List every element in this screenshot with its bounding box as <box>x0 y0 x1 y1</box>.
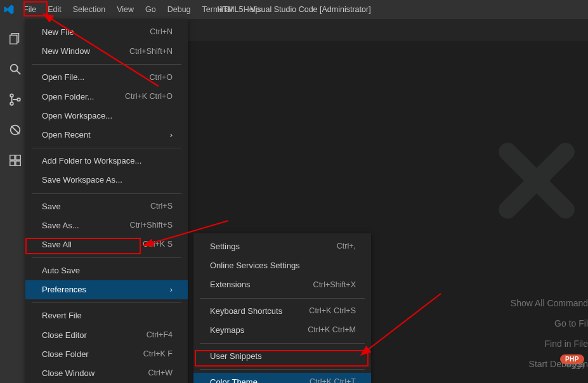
mi-keymaps[interactable]: KeymapsCtrl+K Ctrl+M <box>193 321 371 340</box>
mi-open-file[interactable]: Open File...Ctrl+O <box>25 68 188 87</box>
title-bar: File Edit Selection View Go Debug Termin… <box>0 0 588 19</box>
svg-rect-9 <box>10 155 15 160</box>
mi-settings[interactable]: SettingsCtrl+, <box>193 237 371 256</box>
hint-commands: Show All Command <box>474 298 588 308</box>
hint-find: Find in File <box>474 339 588 349</box>
chevron-right-icon: › <box>170 129 173 141</box>
svg-point-4 <box>10 94 13 97</box>
mi-new-window[interactable]: New WindowCtrl+Shift+N <box>25 42 188 61</box>
mi-close-editor[interactable]: Close EditorCtrl+F4 <box>25 326 188 345</box>
mi-auto-save[interactable]: Auto Save <box>25 261 188 280</box>
menu-selection[interactable]: Selection <box>67 0 111 19</box>
menu-go[interactable]: Go <box>140 0 162 19</box>
menu-view[interactable]: View <box>111 0 140 19</box>
debugging-icon[interactable] <box>7 122 23 138</box>
search-icon[interactable] <box>7 61 23 77</box>
menu-separator <box>32 64 181 65</box>
preferences-submenu: SettingsCtrl+, Online Services Settings … <box>193 233 371 383</box>
files-icon[interactable] <box>7 30 23 47</box>
svg-rect-12 <box>16 161 20 166</box>
mi-user-snippets[interactable]: User Snippets <box>193 347 371 366</box>
mi-close-window[interactable]: Close WindowCtrl+W <box>25 364 188 383</box>
watermark: PHP 中文网 <box>560 353 584 364</box>
close-x-icon <box>495 140 578 224</box>
mi-color-theme[interactable]: Color ThemeCtrl+K Ctrl+T <box>193 373 371 383</box>
mi-online-services[interactable]: Online Services Settings <box>193 256 371 275</box>
mi-save-all[interactable]: Save AllCtrl+K S <box>25 235 188 254</box>
hint-goto: Go to Fil <box>474 318 588 328</box>
svg-line-3 <box>16 70 20 74</box>
file-menu: New FileCtrl+N New WindowCtrl+Shift+N Op… <box>25 19 188 383</box>
mi-close-folder[interactable]: Close FolderCtrl+K F <box>25 345 188 364</box>
menu-separator <box>200 298 365 299</box>
menu-bar: File Edit Selection View Go Debug Termin… <box>18 0 266 19</box>
source-control-icon[interactable] <box>7 91 23 108</box>
mi-revert[interactable]: Revert File <box>25 306 188 325</box>
menu-debug[interactable]: Debug <box>162 0 197 19</box>
menu-separator <box>32 193 181 194</box>
svg-rect-1 <box>10 36 17 44</box>
watermark-text: 中文网 <box>565 361 584 370</box>
menu-separator <box>200 369 365 370</box>
mi-add-folder[interactable]: Add Folder to Workspace... <box>25 152 188 171</box>
mi-extensions[interactable]: ExtensionsCtrl+Shift+X <box>193 275 371 294</box>
menu-separator <box>200 343 365 344</box>
svg-rect-11 <box>10 161 15 166</box>
svg-point-5 <box>10 102 13 105</box>
mi-open-folder[interactable]: Open Folder...Ctrl+K Ctrl+O <box>25 88 188 107</box>
mi-new-file[interactable]: New FileCtrl+N <box>25 23 188 42</box>
mi-open-workspace[interactable]: Open Workspace... <box>25 107 188 126</box>
mi-preferences[interactable]: Preferences› <box>25 280 188 299</box>
svg-line-8 <box>11 126 20 134</box>
extensions-icon[interactable] <box>7 152 23 169</box>
chevron-right-icon: › <box>170 284 173 295</box>
menu-separator <box>32 148 181 148</box>
mi-save[interactable]: SaveCtrl+S <box>25 197 188 216</box>
svg-point-2 <box>11 65 18 72</box>
mi-save-as[interactable]: Save As...Ctrl+Shift+S <box>25 216 188 235</box>
mi-save-workspace[interactable]: Save Workspace As... <box>25 171 188 190</box>
menu-help[interactable]: Help <box>238 0 266 19</box>
menu-separator <box>32 257 181 258</box>
menu-terminal[interactable]: Terminal <box>197 0 238 19</box>
menu-file[interactable]: File <box>18 0 42 19</box>
svg-point-6 <box>17 98 20 101</box>
menu-separator <box>32 302 181 303</box>
vscode-logo-icon <box>0 4 18 15</box>
mi-keyboard-shortcuts[interactable]: Keyboard ShortcutsCtrl+K Ctrl+S <box>193 302 371 321</box>
mi-open-recent[interactable]: Open Recent› <box>25 126 188 145</box>
menu-edit[interactable]: Edit <box>42 0 67 19</box>
svg-rect-10 <box>16 155 20 160</box>
